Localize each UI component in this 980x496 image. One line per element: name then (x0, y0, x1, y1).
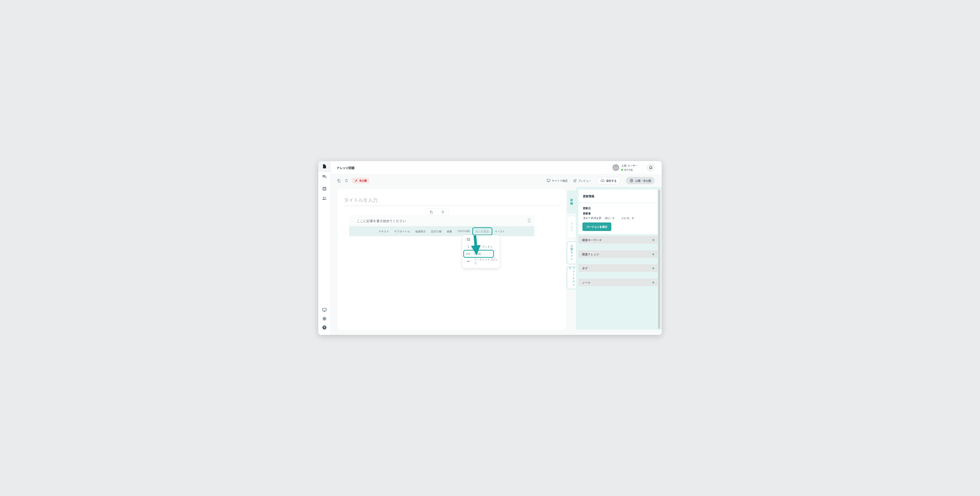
user-menu[interactable]: 上ユ 上田 ユーザー 受付可能 (612, 164, 638, 171)
feedback-no-count: いいえ：0 (621, 216, 633, 220)
save-label: 保存する (606, 179, 617, 183)
plus-icon[interactable]: + (652, 280, 654, 284)
duplicate-button[interactable] (337, 179, 341, 183)
block-button-text[interactable]: テキスト (379, 230, 389, 233)
update-info-heading: 更新情報 (583, 194, 594, 198)
nav-site[interactable] (318, 306, 331, 314)
menu-item-label: シークレットブロック (474, 258, 500, 265)
nav-analytics[interactable] (318, 183, 331, 194)
help-icon: ? (322, 325, 327, 330)
chat-icon (322, 174, 327, 179)
section-search-keywords[interactable]: 検索キーワード + (579, 236, 657, 244)
tab-public-site[interactable]: 公開サイト (567, 242, 576, 264)
html-icon: HTML (466, 253, 471, 255)
status-dot (621, 169, 623, 171)
section-label: 検索キーワード (582, 238, 602, 242)
menu-item-secret-block[interactable]: シークレットブロック (462, 258, 500, 265)
tab-tasks[interactable]: タスク (567, 216, 576, 238)
notifications-button[interactable] (647, 164, 655, 172)
annotation-arrow-icon (469, 235, 482, 256)
status-badge-label: 非公開 (359, 179, 367, 182)
preview-button[interactable]: プレビュー (573, 179, 591, 183)
monitor-icon (322, 308, 327, 312)
header: ナレッジ詳細 上ユ 上田 ユーザー 受付可能 (331, 161, 662, 174)
block-button-paste[interactable]: ペースト (495, 230, 505, 233)
monitor-icon (547, 179, 550, 183)
block-type-toolbar: テキスト サブタイトル 強調表示 区切り線 画像 YOUTUBE もっと見る ペ… (349, 226, 534, 236)
detail-panel: 更新情報 更新日 更新者 フィードバック はい：0 いいえ：0 バージョンを表示… (576, 187, 662, 330)
user-status: 受付可能 (624, 168, 633, 171)
section-label: タグ (582, 266, 588, 270)
plus-icon[interactable]: + (652, 238, 654, 242)
globe-icon (630, 179, 633, 183)
site-check-button[interactable]: サイトで確認 (547, 179, 568, 183)
save-button[interactable]: 保存する (597, 177, 620, 184)
section-label: ノート (582, 280, 590, 284)
editor-card: タイトルを入力 ここに記事を書き始めてください テキスト サブタイトル 強調表示… (338, 189, 566, 330)
block-button-highlight[interactable]: 強調表示 (415, 230, 426, 233)
avatar: 上ユ (612, 164, 619, 171)
title-input[interactable]: タイトルを入力 (344, 196, 378, 203)
scrollbar[interactable] (658, 190, 660, 329)
update-info-card: 更新情報 更新日 更新者 フィードバック はい：0 いいえ：0 バージョンを表示 (579, 190, 657, 234)
trash-icon (345, 179, 348, 183)
people-icon (322, 196, 327, 201)
delete-button[interactable] (345, 179, 348, 183)
editor-block: ここに記事を書き始めてください テキスト サブタイトル 強調表示 区切り線 画像… (349, 215, 534, 236)
nav-chat[interactable] (318, 172, 331, 182)
left-sidebar: ? (318, 161, 331, 335)
publish-button[interactable]: 公開・非公開 (626, 177, 655, 184)
section-notes[interactable]: ノート + (579, 279, 657, 286)
user-name: 上田 ユーザー (621, 164, 638, 167)
section-label: 関連ナレッジ (582, 252, 599, 256)
gear-icon (322, 316, 327, 321)
nav-settings[interactable] (318, 314, 331, 323)
feedback-label: フィードバック (583, 216, 601, 220)
nav-knowledge[interactable] (318, 161, 331, 172)
tab-detail[interactable]: 詳細 (567, 190, 576, 214)
section-tags[interactable]: タグ + (579, 264, 657, 272)
plus-icon[interactable]: + (652, 266, 654, 270)
block-button-divider[interactable]: 区切り線 (431, 230, 442, 233)
block-floating-toolbar (425, 209, 449, 215)
updated-by-label: 更新者 (583, 212, 591, 215)
body-placeholder[interactable]: ここに記事を書き始めてください (356, 218, 407, 223)
feedback-row: フィードバック はい：0 いいえ：0 (583, 216, 633, 220)
block-button-youtube[interactable]: YOUTUBE (457, 230, 470, 233)
publish-label: 公開・非公開 (635, 179, 651, 183)
drag-handle-icon[interactable] (528, 218, 530, 222)
document-icon (322, 164, 327, 169)
preview-label: プレビュー (578, 179, 591, 183)
status-badge[interactable]: 非公開 (352, 178, 369, 183)
cloud-upload-icon (600, 179, 605, 182)
plus-icon[interactable]: + (652, 252, 654, 256)
tab-feedback[interactable]: フィードバック (567, 267, 576, 289)
site-check-label: サイトで確認 (552, 179, 568, 183)
title-underline (344, 206, 560, 206)
show-versions-button[interactable]: バージョンを表示 (582, 222, 611, 231)
bar-chart-icon (322, 186, 327, 191)
key-icon (466, 259, 470, 263)
bell-icon (649, 166, 653, 170)
document-toolbar: 非公開 サイトで確認 プレビュー 保存する (331, 174, 662, 187)
copy-icon[interactable] (430, 210, 433, 214)
page-title: ナレッジ詳細 (337, 166, 355, 170)
updated-date-label: 更新日 (583, 206, 591, 210)
block-button-more[interactable]: もっと見る (472, 227, 492, 235)
trash-icon[interactable] (441, 210, 444, 214)
pencil-icon (355, 179, 358, 182)
section-related-knowledge[interactable]: 関連ナレッジ + (579, 250, 657, 258)
block-button-subtitle[interactable]: サブタイトル (394, 230, 410, 233)
app-window: ? ナレッジ詳細 上ユ 上田 ユーザー 受付可能 (318, 161, 662, 335)
copy-icon (337, 179, 341, 183)
section-divider (579, 203, 657, 203)
block-button-image[interactable]: 画像 (447, 230, 452, 233)
nav-users[interactable] (318, 194, 331, 203)
feedback-yes-count: はい：0 (605, 216, 614, 220)
nav-help[interactable]: ? (318, 323, 331, 332)
open-in-new-icon (573, 179, 577, 183)
svg-text:?: ? (323, 326, 325, 329)
